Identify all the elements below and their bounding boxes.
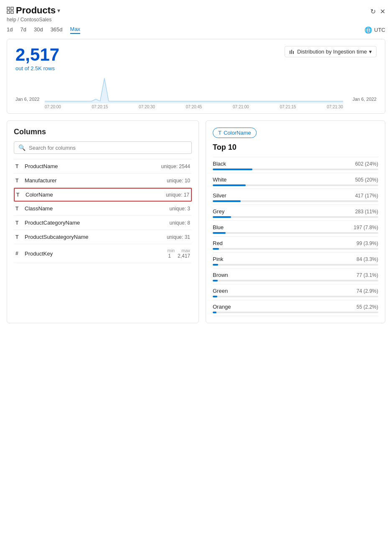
time-label-1: 07:20:15 — [92, 105, 108, 109]
top10-title: Top 10 — [213, 143, 378, 152]
stat-unique: unique: 2544 — [161, 164, 190, 169]
column-item-manufacturer[interactable]: T Manufacturer unique: 10 — [14, 174, 192, 188]
column-item-productkey[interactable]: # ProductKey min max 1 2,417 — [14, 244, 192, 263]
top10-items: Black 602 (24%) White 505 (20%) — [213, 157, 378, 316]
search-input[interactable] — [29, 145, 187, 151]
header-actions: ↻ ✕ — [370, 8, 385, 15]
column-item-productname[interactable]: T ProductName unique: 2544 — [14, 159, 192, 174]
time-label-6: 07:21:30 — [327, 105, 343, 109]
distribution-label: Distribution by Ingestion time — [297, 49, 367, 55]
top10-item-grey: Grey 283 (11%) — [213, 205, 378, 221]
stat-unique: unique: 10 — [167, 178, 190, 184]
svg-rect-2 — [7, 11, 10, 13]
search-box[interactable]: 🔍 — [14, 141, 192, 154]
svg-rect-3 — [11, 11, 13, 13]
type-icon-hash: # — [15, 251, 21, 256]
columns-panel: Columns 🔍 T ProductName unique: 2544 — [7, 120, 199, 323]
main-content: Columns 🔍 T ProductName unique: 2544 — [7, 120, 385, 323]
stats-card: 2,517 out of 2.5K rows Distribution by I… — [7, 39, 385, 114]
utc-label: UTC — [374, 27, 385, 33]
stats-left: 2,517 out of 2.5K rows — [15, 46, 59, 72]
top10-list: Black 602 (24%) White 505 (20%) — [213, 157, 378, 316]
title-row: Products ▾ — [7, 5, 60, 16]
column-name: ColorName — [25, 192, 53, 198]
detail-header: T ColorName — [213, 128, 378, 138]
breadcrumb: help / ContosoSales — [7, 17, 60, 23]
distribution-button[interactable]: Distribution by Ingestion time ▾ — [285, 46, 377, 57]
stat-unique: unique: 8 — [170, 220, 190, 226]
svg-rect-4 — [290, 51, 290, 54]
time-label-0: 07:20:00 — [45, 105, 61, 109]
header: Products ▾ help / ContosoSales ↻ ✕ — [7, 5, 385, 23]
time-tabs: 1d 7d 30d 365d Max 🌐 UTC — [7, 26, 385, 34]
stat-unique: unique: 31 — [167, 234, 190, 240]
badge-icon: T — [218, 130, 221, 136]
time-axis: 07:20:00 07:20:15 07:20:30 07:20:45 07:2… — [45, 105, 343, 109]
tab-30d[interactable]: 30d — [34, 26, 43, 33]
column-name: ClassName — [25, 205, 53, 212]
tab-1d[interactable]: 1d — [7, 26, 13, 33]
type-icon-t: T — [15, 234, 21, 240]
top10-item-black: Black 602 (24%) — [213, 157, 378, 173]
tab-7d[interactable]: 7d — [20, 26, 26, 33]
tab-365d[interactable]: 365d — [51, 26, 63, 33]
search-icon: 🔍 — [18, 144, 25, 151]
type-icon-t: T — [15, 164, 21, 169]
top10-item-white: White 505 (20%) — [213, 173, 378, 189]
svg-rect-0 — [7, 7, 10, 10]
date-left: Jan 6, 2022 — [15, 97, 45, 109]
utc-badge[interactable]: 🌐 UTC — [364, 26, 385, 34]
chevron-down-icon[interactable]: ▾ — [57, 7, 60, 14]
distribution-icon — [289, 49, 295, 55]
app-title: Products — [16, 5, 56, 16]
date-right: Jan 6, 2022 — [343, 97, 377, 109]
rows-label: out of 2.5K rows — [15, 65, 59, 72]
app-container: Products ▾ help / ContosoSales ↻ ✕ 1d 7d… — [0, 0, 392, 537]
time-label-5: 07:21:15 — [280, 105, 296, 109]
column-name: ProductName — [25, 163, 58, 169]
top10-item-orange: Orange 55 (2.2%) — [213, 300, 378, 316]
close-icon[interactable]: ✕ — [380, 8, 385, 15]
type-icon-t: T — [15, 220, 21, 226]
header-left: Products ▾ help / ContosoSales — [7, 5, 60, 23]
svg-rect-1 — [11, 7, 13, 10]
top10-item-green: Green 74 (2.9%) — [213, 284, 378, 300]
stats-top: 2,517 out of 2.5K rows Distribution by I… — [15, 46, 377, 72]
column-item-productsubcategoryname[interactable]: T ProductSubcategoryName unique: 31 — [14, 230, 192, 244]
stat-unique: unique: 3 — [170, 206, 190, 212]
type-icon-t: T — [16, 192, 22, 198]
column-item-classname[interactable]: T ClassName unique: 3 — [14, 202, 192, 216]
svg-rect-6 — [293, 51, 294, 54]
grid-icon — [7, 7, 14, 14]
globe-icon: 🌐 — [364, 26, 372, 34]
stat-min-label: min — [167, 248, 175, 253]
type-icon-t: T — [15, 206, 21, 212]
stat-unique: unique: 17 — [166, 192, 189, 198]
type-icon-t: T — [15, 178, 21, 184]
time-label-3: 07:20:45 — [186, 105, 202, 109]
detail-panel: T ColorName Top 10 Black 602 (24%) — [206, 120, 385, 323]
tab-max[interactable]: Max — [70, 26, 81, 34]
badge-label: ColorName — [224, 130, 251, 136]
time-label-2: 07:20:30 — [139, 105, 155, 109]
column-badge: T ColorName — [213, 128, 257, 138]
column-item-colorname[interactable]: T ColorName unique: 17 — [14, 188, 192, 202]
chart-svg — [45, 74, 343, 103]
svg-marker-7 — [45, 78, 343, 103]
top10-item-blue: Blue 197 (7.8%) — [213, 221, 378, 237]
top10-item-brown: Brown 77 (3.1%) — [213, 268, 378, 284]
top10-item-pink: Pink 84 (3.3%) — [213, 253, 378, 268]
big-number: 2,517 — [15, 46, 59, 64]
stat-max: 2,417 — [178, 253, 190, 259]
stat-min: 1 — [168, 253, 171, 259]
top10-item-silver: Silver 417 (17%) — [213, 189, 378, 205]
refresh-icon[interactable]: ↻ — [370, 8, 376, 15]
column-item-productcategoryname[interactable]: T ProductCategoryName unique: 8 — [14, 216, 192, 230]
column-name: ProductCategoryName — [25, 220, 80, 226]
column-name: Manufacturer — [25, 177, 57, 184]
columns-title: Columns — [14, 128, 192, 136]
column-name: ProductSubcategoryName — [25, 234, 88, 240]
top10-item-red: Red 99 (3.9%) — [213, 237, 378, 253]
time-label-4: 07:21:00 — [233, 105, 249, 109]
stat-max-label: max — [181, 248, 190, 253]
